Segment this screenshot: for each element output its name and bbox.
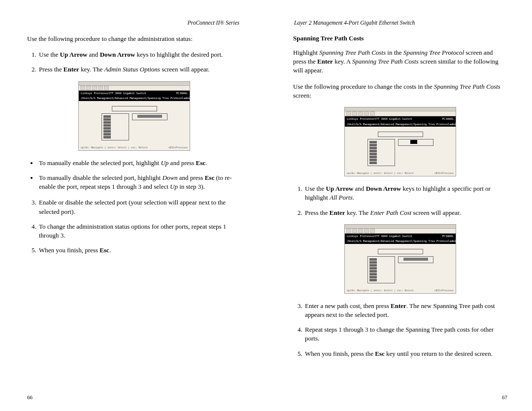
step: When you finish, press the Esc key until… — [304, 349, 507, 358]
step: Press the Enter key. The Enter Path Cost… — [304, 208, 507, 217]
screenshot-path-costs: Linksys ProConnectTT 3004 Gigabit Switch… — [344, 107, 456, 176]
step: To change the administration status opti… — [38, 222, 241, 240]
page-number-right: 67 — [502, 394, 507, 400]
right-p2: Use the following procedure to change th… — [293, 82, 507, 100]
page-number-left: 66 — [27, 394, 33, 400]
right-steps-a: Use the Up Arrow and Down Arrow keys to … — [293, 184, 507, 217]
step: Repeat steps 1 through 3 to change the S… — [304, 325, 507, 343]
section-title: Spanning Tree Path Costs — [293, 34, 507, 42]
left-intro: Use the following procedure to change th… — [27, 34, 241, 43]
left-steps-2: Enable or disable the selected port (you… — [27, 198, 241, 255]
step: Enable or disable the selected port (you… — [38, 198, 241, 216]
screenshot-enter-path-cost: Linksys ProConnectTT 3004 Gigabit Switch… — [344, 224, 456, 294]
right-steps-b: Enter a new path cost, then press Enter.… — [293, 302, 507, 358]
step: Use the Up Arrow and Down Arrow keys to … — [38, 50, 241, 59]
page-right: Layer 2 Management 4-Port Gigabit Ethern… — [266, 0, 532, 411]
header-left: ProConnect II® Series — [27, 20, 241, 26]
step: When you finish, press Esc. — [38, 246, 241, 255]
page-left: ProConnect II® Series Use the following … — [0, 0, 266, 411]
header-right: Layer 2 Management 4-Port Gigabit Ethern… — [293, 20, 507, 26]
screenshot-admin-status: Linksys ProConnectTT 3004 Gigabit Switch… — [78, 81, 190, 151]
right-p1: Highlight Spanning Tree Path Costs in th… — [293, 48, 507, 75]
step: Press the Enter key. The Admin Status Op… — [38, 65, 241, 74]
step: Enter a new path cost, then press Enter.… — [304, 302, 507, 319]
bullet: To manually disable the selected port, h… — [38, 173, 241, 191]
left-bullets: To manually enable the selected port, hi… — [27, 159, 241, 192]
step: Use the Up Arrow and Down Arrow keys to … — [304, 184, 507, 202]
left-steps-1: Use the Up Arrow and Down Arrow keys to … — [27, 50, 241, 74]
bullet: To manually enable the selected port, hi… — [38, 159, 241, 168]
